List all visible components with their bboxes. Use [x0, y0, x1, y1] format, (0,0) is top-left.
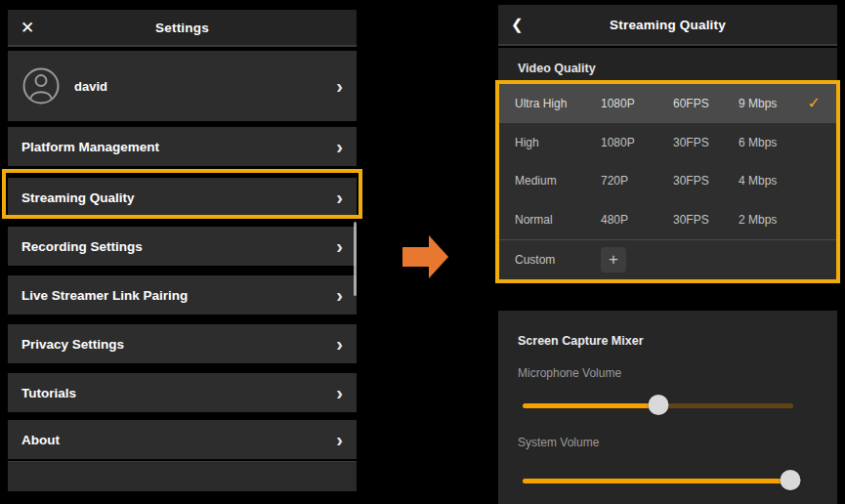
chevron-right-icon: › — [336, 334, 343, 354]
chevron-right-icon: › — [336, 430, 343, 449]
quality-bitrate: 2 Mbps — [739, 213, 821, 227]
chevron-right-icon: › — [336, 188, 343, 207]
video-quality-label: Video Quality — [518, 62, 596, 75]
quality-name: Ultra High — [515, 97, 601, 110]
slider-thumb[interactable] — [780, 470, 800, 490]
menu-item-recording-settings[interactable]: Recording Settings › — [8, 227, 357, 266]
menu-item-privacy-settings[interactable]: Privacy Settings › — [8, 324, 357, 363]
quality-row-high[interactable]: High 1080P 30FPS 6 Mbps — [499, 123, 836, 162]
mixer-title: Screen Capture Mixer — [518, 334, 644, 348]
quality-bitrate: 6 Mbps — [739, 136, 821, 149]
partial-row — [8, 461, 357, 491]
quality-row-custom: Custom + — [499, 239, 836, 279]
close-icon[interactable]: ✕ — [21, 18, 34, 38]
quality-table: Ultra High 1080P 60FPS 9 Mbps ✓ High 108… — [495, 80, 840, 283]
menu-item-label: Live Streamer Link Pairing — [21, 288, 188, 303]
add-custom-button[interactable]: + — [601, 247, 626, 273]
profile-name: david — [74, 79, 107, 94]
streaming-quality-header: ❮ Streaming Quality — [498, 5, 837, 46]
menu-item-label: Streaming Quality — [21, 190, 135, 205]
microphone-volume-slider[interactable] — [523, 395, 793, 416]
menu-item-streaming-quality[interactable]: Streaming Quality › — [8, 178, 357, 217]
quality-fps: 30FPS — [673, 174, 739, 188]
settings-title: Settings — [155, 21, 209, 35]
chevron-right-icon: › — [336, 76, 343, 96]
screen-capture-mixer-panel: Screen Capture Mixer Microphone Volume S… — [498, 311, 837, 504]
settings-header: ✕ Settings — [8, 10, 357, 47]
menu-item-label: Platform Management — [21, 140, 159, 154]
profile-row[interactable]: david › — [8, 51, 357, 121]
quality-fps: 30FPS — [673, 213, 739, 227]
chevron-right-icon: › — [336, 137, 343, 156]
custom-label: Custom — [515, 253, 601, 267]
quality-resolution: 1080P — [601, 97, 673, 110]
transition-arrow-icon — [402, 234, 449, 279]
avatar-icon — [21, 66, 61, 105]
chevron-right-icon: › — [336, 285, 343, 305]
menu-item-label: Tutorials — [21, 386, 76, 400]
chevron-right-icon: › — [336, 383, 343, 402]
streaming-quality-title: Streaming Quality — [610, 18, 726, 32]
menu-item-platform-management[interactable]: Platform Management › — [8, 127, 357, 166]
menu-item-label: About — [21, 433, 60, 447]
quality-bitrate: 9 Mbps — [739, 97, 808, 110]
quality-fps: 30FPS — [673, 136, 739, 149]
slider-thumb[interactable] — [648, 395, 668, 415]
quality-row-medium[interactable]: Medium 720P 30FPS 4 Mbps — [499, 162, 836, 201]
screenshot-canvas: ✕ Settings david › Platform Management ›… — [0, 0, 845, 504]
quality-row-normal[interactable]: Normal 480P 30FPS 2 Mbps — [499, 200, 836, 239]
menu-item-label: Recording Settings — [21, 239, 143, 254]
back-icon[interactable]: ❮ — [511, 16, 524, 33]
system-volume-slider[interactable] — [523, 470, 801, 491]
system-volume-label: System Volume — [518, 436, 599, 449]
menu-item-about[interactable]: About › — [8, 420, 357, 459]
quality-resolution: 480P — [601, 213, 673, 227]
quality-name: Medium — [515, 174, 601, 188]
quality-name: Normal — [515, 213, 601, 227]
menu-item-label: Privacy Settings — [21, 337, 124, 352]
quality-fps: 60FPS — [673, 97, 739, 110]
menu-item-live-streamer-link-pairing[interactable]: Live Streamer Link Pairing › — [8, 275, 357, 315]
quality-bitrate: 4 Mbps — [739, 174, 821, 188]
slider-fill — [523, 479, 790, 483]
settings-screen: ✕ Settings david › Platform Management ›… — [8, 10, 357, 494]
quality-resolution: 1080P — [601, 136, 673, 149]
quality-name: High — [515, 136, 601, 149]
check-icon: ✓ — [808, 94, 821, 112]
chevron-right-icon: › — [336, 236, 343, 256]
quality-resolution: 720P — [601, 174, 673, 188]
plus-icon: + — [609, 250, 618, 270]
scrollbar-thumb[interactable] — [354, 222, 357, 296]
quality-row-ultra-high[interactable]: Ultra High 1080P 60FPS 9 Mbps ✓ — [499, 84, 836, 123]
streaming-quality-screen: ❮ Streaming Quality Video Quality Ultra … — [498, 5, 837, 504]
slider-fill — [523, 403, 658, 408]
menu-item-tutorials[interactable]: Tutorials › — [8, 373, 357, 412]
microphone-volume-label: Microphone Volume — [518, 366, 621, 380]
